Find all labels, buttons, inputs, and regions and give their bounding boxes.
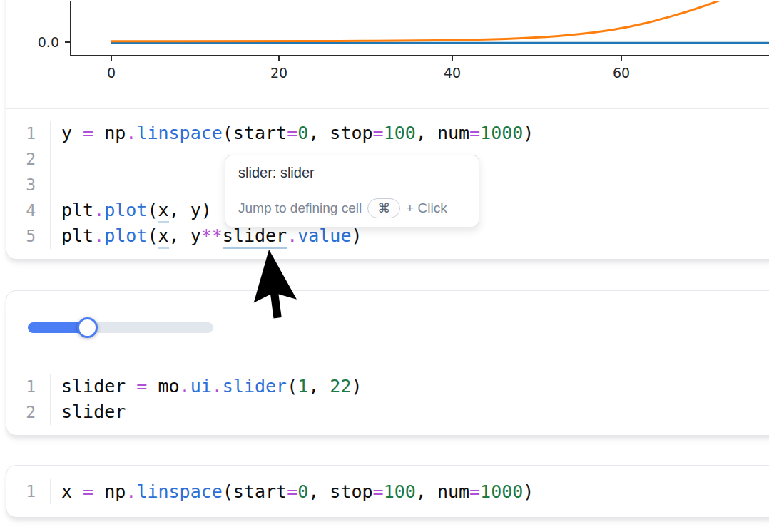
code-editor-x[interactable]: 1x = np.linspace(start=0, stop=100, num=… [6,466,769,518]
command-key-glyph: ⌘ [377,200,390,216]
code-text[interactable]: plt.plot(x, y**slider.value) [51,225,362,246]
code-line[interactable]: 1y = np.linspace(start=0, stop=100, num=… [6,121,769,146]
code-text[interactable]: slider = mo.ui.slider(1, 22) [51,376,362,397]
cell-slider-widget: 1slider = mo.ui.slider(1, 22)2slider [6,290,769,436]
x-tick-label: 40 [444,65,461,81]
x-tick-label: 20 [270,65,287,81]
code-text[interactable]: slider [51,401,126,422]
x-tick-label: 60 [613,65,630,81]
variable-tooltip: slider: slider Jump to defining cell ⌘ +… [225,155,479,227]
slider-handle[interactable] [77,317,98,338]
line-number: 1 [6,121,51,146]
line-chart: 0.0 0 20 40 60 [6,1,769,109]
series-orange-line [111,1,745,41]
y-tick-label: 0.0 [38,34,59,50]
line-number: 1 [6,374,51,399]
code-text[interactable]: plt.plot(x, y) [51,200,212,220]
line-number: 2 [6,146,51,172]
slider-control[interactable] [28,322,213,333]
tooltip-action-label: Jump to defining cell [238,200,362,216]
cell-x-definition: 1x = np.linspace(start=0, stop=100, num=… [6,465,769,518]
code-text[interactable]: x = np.linspace(start=0, stop=100, num=1… [51,481,534,502]
line-number: 1 [6,479,51,504]
x-tick-label: 0 [107,65,116,81]
command-key-icon: ⌘ [367,198,400,218]
tooltip-action-row[interactable]: Jump to defining cell ⌘ + Click [225,190,479,227]
slider-output-area [6,291,769,362]
tooltip-click-label: + Click [406,200,447,216]
code-text[interactable]: y = np.linspace(start=0, stop=100, num=1… [51,123,534,143]
line-number: 3 [6,172,51,198]
line-number: 2 [6,399,51,425]
code-editor-slider[interactable]: 1slider = mo.ui.slider(1, 22)2slider [6,362,769,436]
code-line[interactable]: 1slider = mo.ui.slider(1, 22) [6,374,769,399]
line-number: 4 [6,198,51,223]
code-line[interactable]: 1x = np.linspace(start=0, stop=100, num=… [6,479,769,504]
plot-output-area: 0.0 0 20 40 60 [6,0,769,109]
code-line[interactable]: 2slider [6,399,769,425]
line-number: 5 [6,223,51,249]
tooltip-title: slider: slider [225,155,479,190]
